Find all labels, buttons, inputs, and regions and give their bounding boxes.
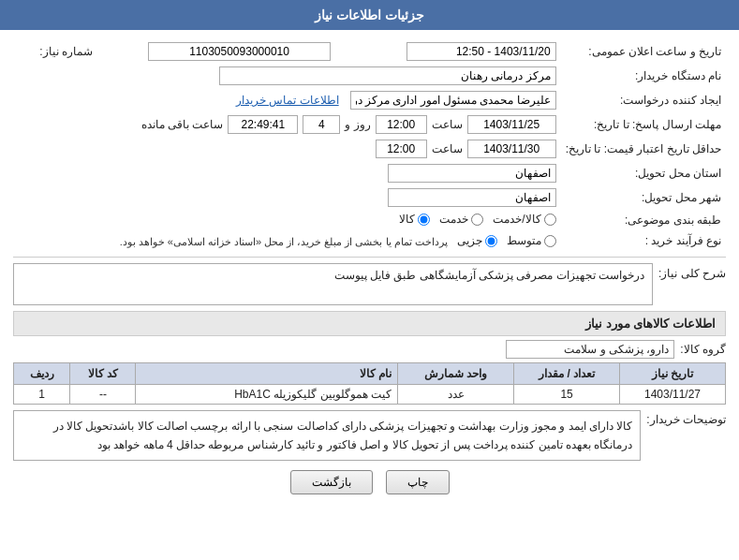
col-vahed: واحد شمارش — [397, 362, 513, 384]
nam-label: نام دستگاه خریدار: — [561, 64, 726, 88]
tabaqe-label: طبقه بندی موضوعی: — [561, 210, 726, 231]
ostan-label: استان محل تحویل: — [561, 161, 726, 185]
gorohe-kala-value: دارو، پزشکی و سلامت — [506, 340, 674, 359]
nam-value-input[interactable] — [219, 66, 556, 85]
col-nam: نام کالا — [136, 362, 397, 384]
table-row: 1403/11/27 15 عدد کیت هموگلوبین گلیکوزیل… — [14, 384, 726, 404]
tarich-label: تاریخ و ساعت اعلان عمومی: — [561, 39, 726, 64]
kalaha-table: تاریخ نیاز تعداد / مقدار واحد شمارش نام … — [13, 362, 726, 405]
gorohe-kala-row: گروه کالا: دارو، پزشکی و سلامت — [13, 340, 726, 359]
cell-nam: کیت هموگلوبین گلیکوزیله HbA1C — [136, 384, 397, 404]
hadaqal-label: حداقل تاریخ اعتبار قیمت: تا تاریخ: — [561, 137, 726, 161]
mohlet-label: مهلت ارسال پاسخ: تا تاریخ: — [561, 112, 726, 137]
shomare-niaz-label: شماره نیاز: — [13, 39, 97, 64]
cell-tarikh: 1403/11/27 — [620, 384, 726, 404]
page-title: جزئیات اطلاعات نیاز — [315, 7, 424, 22]
col-tedad: تعداد / مقدار — [514, 362, 620, 384]
payment-note: پرداخت تمام یا بخشی از مبلغ خرید، از محل… — [120, 236, 448, 248]
page-header: جزئیات اطلاعات نیاز — [0, 0, 739, 30]
hadaqal-saat-input[interactable] — [376, 140, 427, 158]
button-row: چاپ بازگشت — [13, 470, 726, 494]
tamaas-link[interactable]: اطلاعات تماس خریدار — [236, 94, 339, 107]
ostan-value-input[interactable] — [388, 164, 556, 183]
radio-jozei[interactable]: جزیی — [457, 234, 497, 247]
hadaqal-date-input[interactable] — [467, 140, 556, 158]
tawzih-label: توضیحات خریدار: — [646, 410, 726, 426]
shomare-niaz-input[interactable] — [148, 42, 331, 61]
shrh-value: درخواست تجهیزات مصرفی پزشکی آزمایشگاهی ط… — [13, 263, 653, 305]
chap-button[interactable]: چاپ — [386, 470, 450, 494]
nooe-label: نوع فرآیند خرید : — [561, 231, 726, 251]
radio-khadamat[interactable]: خدمت — [439, 213, 483, 226]
mohlet-remaining-label: ساعت باقی مانده — [141, 118, 224, 131]
cell-kod: -- — [70, 384, 136, 404]
main-info-table: تاریخ و ساعت اعلان عمومی: شماره نیاز: نا… — [13, 39, 726, 251]
mohlet-rooz-input[interactable] — [303, 115, 340, 134]
mohlet-remaining-input — [228, 115, 298, 134]
divider-1 — [13, 257, 726, 258]
mohlet-saat-input[interactable] — [376, 115, 427, 134]
tawzih-value: کالا دارای ایمد و مجوز وزارت بهداشت و تج… — [13, 410, 641, 462]
ijad-value-input[interactable] — [350, 91, 556, 110]
col-tarikh: تاریخ نیاز — [620, 362, 726, 384]
kalaha-section-title: اطلاعات کالاهای مورد نیاز — [13, 311, 726, 336]
tabaqe-radio-group: کالا/خدمت خدمت کالا — [399, 213, 555, 226]
ijad-label: ایجاد کننده درخواست: — [561, 88, 726, 112]
rooz-label: روز و — [345, 118, 370, 131]
shahr-label: شهر محل تحویل: — [561, 185, 726, 210]
cell-vahed: عدد — [397, 384, 513, 404]
col-radif: ردیف — [14, 362, 70, 384]
tarich-ij-input[interactable] — [406, 42, 556, 61]
shrh-row: شرح کلی نیاز: درخواست تجهیزات مصرفی پزشک… — [13, 263, 726, 305]
tawzih-row: توضیحات خریدار: کالا دارای ایمد و مجوز و… — [13, 410, 726, 462]
bazgasht-button[interactable]: بازگشت — [290, 470, 373, 494]
radio-kala[interactable]: کالا — [399, 213, 430, 226]
shahr-value-input[interactable] — [388, 188, 556, 207]
shrh-label: شرح کلی نیاز: — [658, 263, 726, 280]
mohlet-date-input[interactable] — [467, 115, 556, 134]
radio-kala-khadamat[interactable]: کالا/خدمت — [493, 213, 555, 226]
cell-tedad: 15 — [514, 384, 620, 404]
col-kod: کد کالا — [70, 362, 136, 384]
gorohe-kala-label: گروه کالا: — [680, 343, 726, 356]
hadaqal-saat-label: ساعت — [432, 142, 463, 155]
cell-radif: 1 — [14, 384, 70, 404]
saat-label: ساعت — [432, 118, 463, 131]
nooe-radio-group: متوسط جزیی — [457, 234, 556, 247]
radio-motavaset[interactable]: متوسط — [507, 234, 556, 247]
